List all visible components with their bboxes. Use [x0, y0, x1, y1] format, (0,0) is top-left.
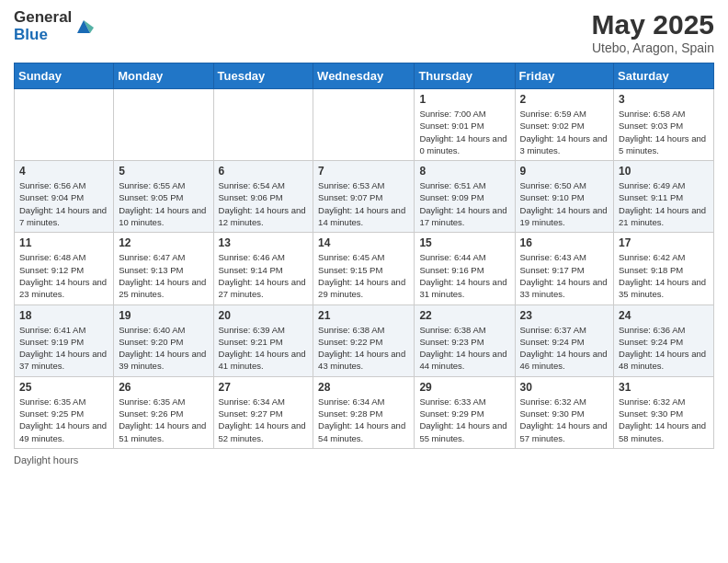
day-number: 30 [520, 381, 609, 394]
day-number: 21 [318, 309, 409, 322]
calendar-cell: 11Sunrise: 6:48 AM Sunset: 9:12 PM Dayli… [15, 233, 114, 304]
day-number: 9 [520, 165, 609, 178]
col-tuesday: Tuesday [213, 63, 313, 89]
logo-text: General Blue [14, 9, 72, 43]
day-number: 23 [520, 309, 609, 322]
day-info: Sunrise: 6:54 AM Sunset: 9:06 PM Dayligh… [219, 179, 309, 228]
calendar-cell [213, 89, 313, 161]
day-info: Sunrise: 6:41 AM Sunset: 9:19 PM Dayligh… [19, 324, 108, 373]
day-number: 16 [520, 236, 609, 249]
calendar-cell: 4Sunrise: 6:56 AM Sunset: 9:04 PM Daylig… [15, 161, 114, 233]
calendar-cell: 26Sunrise: 6:35 AM Sunset: 9:26 PM Dayli… [114, 376, 213, 448]
calendar-cell: 22Sunrise: 6:38 AM Sunset: 9:23 PM Dayli… [415, 304, 515, 376]
day-info: Sunrise: 6:48 AM Sunset: 9:12 PM Dayligh… [19, 251, 108, 300]
calendar-cell: 12Sunrise: 6:47 AM Sunset: 9:13 PM Dayli… [114, 233, 213, 304]
calendar-cell: 7Sunrise: 6:53 AM Sunset: 9:07 PM Daylig… [313, 161, 415, 233]
day-info: Sunrise: 6:39 AM Sunset: 9:21 PM Dayligh… [219, 324, 309, 373]
page: General Blue May 2025 Utebo, Aragon, Spa… [0, 0, 728, 563]
day-info: Sunrise: 6:46 AM Sunset: 9:14 PM Dayligh… [219, 251, 309, 300]
day-number: 7 [318, 165, 409, 178]
col-friday: Friday [515, 63, 614, 89]
logo-icon [74, 17, 94, 37]
day-info: Sunrise: 6:43 AM Sunset: 9:17 PM Dayligh… [520, 251, 609, 300]
calendar-cell: 3Sunrise: 6:58 AM Sunset: 9:03 PM Daylig… [614, 89, 714, 161]
main-title: May 2025 [592, 9, 714, 40]
calendar-cell: 14Sunrise: 6:45 AM Sunset: 9:15 PM Dayli… [313, 233, 415, 304]
day-number: 26 [119, 381, 208, 394]
col-saturday: Saturday [614, 63, 714, 89]
calendar-cell: 17Sunrise: 6:42 AM Sunset: 9:18 PM Dayli… [614, 233, 714, 304]
day-number: 17 [619, 236, 709, 249]
calendar-cell [114, 89, 213, 161]
calendar-cell: 20Sunrise: 6:39 AM Sunset: 9:21 PM Dayli… [213, 304, 313, 376]
calendar-cell: 1Sunrise: 7:00 AM Sunset: 9:01 PM Daylig… [415, 89, 515, 161]
day-number: 31 [619, 381, 709, 394]
day-info: Sunrise: 6:36 AM Sunset: 9:24 PM Dayligh… [619, 324, 709, 373]
calendar-week-row-3: 11Sunrise: 6:48 AM Sunset: 9:12 PM Dayli… [15, 233, 714, 304]
calendar-cell: 30Sunrise: 6:32 AM Sunset: 9:30 PM Dayli… [515, 376, 614, 448]
calendar-cell: 27Sunrise: 6:34 AM Sunset: 9:27 PM Dayli… [213, 376, 313, 448]
day-number: 12 [119, 236, 208, 249]
day-info: Sunrise: 6:40 AM Sunset: 9:20 PM Dayligh… [119, 324, 208, 373]
day-info: Sunrise: 6:56 AM Sunset: 9:04 PM Dayligh… [19, 179, 108, 228]
day-info: Sunrise: 6:51 AM Sunset: 9:09 PM Dayligh… [419, 179, 509, 228]
day-info: Sunrise: 6:32 AM Sunset: 9:30 PM Dayligh… [520, 396, 609, 444]
calendar-cell: 31Sunrise: 6:32 AM Sunset: 9:30 PM Dayli… [614, 376, 714, 448]
calendar-cell: 18Sunrise: 6:41 AM Sunset: 9:19 PM Dayli… [15, 304, 114, 376]
day-info: Sunrise: 6:50 AM Sunset: 9:10 PM Dayligh… [520, 179, 609, 228]
day-info: Sunrise: 6:53 AM Sunset: 9:07 PM Dayligh… [318, 179, 409, 228]
col-thursday: Thursday [415, 63, 515, 89]
day-number: 15 [419, 236, 509, 249]
day-info: Sunrise: 6:34 AM Sunset: 9:28 PM Dayligh… [318, 396, 409, 444]
calendar-cell: 21Sunrise: 6:38 AM Sunset: 9:22 PM Dayli… [313, 304, 415, 376]
calendar-cell: 28Sunrise: 6:34 AM Sunset: 9:28 PM Dayli… [313, 376, 415, 448]
day-number: 22 [419, 309, 509, 322]
calendar-week-row-5: 25Sunrise: 6:35 AM Sunset: 9:25 PM Dayli… [15, 376, 714, 448]
day-number: 14 [318, 236, 409, 249]
day-info: Sunrise: 6:55 AM Sunset: 9:05 PM Dayligh… [119, 179, 208, 228]
day-info: Sunrise: 6:32 AM Sunset: 9:30 PM Dayligh… [619, 396, 709, 444]
day-info: Sunrise: 6:37 AM Sunset: 9:24 PM Dayligh… [520, 324, 609, 373]
day-info: Sunrise: 6:33 AM Sunset: 9:29 PM Dayligh… [419, 396, 509, 444]
day-info: Sunrise: 6:38 AM Sunset: 9:22 PM Dayligh… [318, 324, 409, 373]
calendar-table: Sunday Monday Tuesday Wednesday Thursday… [14, 63, 714, 449]
footer-note: Daylight hours [14, 454, 714, 465]
day-number: 19 [119, 309, 208, 322]
calendar-cell: 19Sunrise: 6:40 AM Sunset: 9:20 PM Dayli… [114, 304, 213, 376]
day-number: 13 [219, 236, 309, 249]
calendar-cell: 16Sunrise: 6:43 AM Sunset: 9:17 PM Dayli… [515, 233, 614, 304]
calendar-cell: 15Sunrise: 6:44 AM Sunset: 9:16 PM Dayli… [415, 233, 515, 304]
calendar-header-row: Sunday Monday Tuesday Wednesday Thursday… [15, 63, 714, 89]
title-block: May 2025 Utebo, Aragon, Spain [592, 9, 714, 55]
day-number: 1 [419, 93, 509, 106]
day-number: 27 [219, 381, 309, 394]
calendar-cell: 24Sunrise: 6:36 AM Sunset: 9:24 PM Dayli… [614, 304, 714, 376]
day-number: 20 [219, 309, 309, 322]
logo-blue: Blue [14, 27, 72, 44]
day-info: Sunrise: 6:35 AM Sunset: 9:26 PM Dayligh… [119, 396, 208, 444]
calendar-cell: 13Sunrise: 6:46 AM Sunset: 9:14 PM Dayli… [213, 233, 313, 304]
day-number: 25 [19, 381, 108, 394]
calendar-cell: 25Sunrise: 6:35 AM Sunset: 9:25 PM Dayli… [15, 376, 114, 448]
day-number: 18 [19, 309, 108, 322]
day-info: Sunrise: 6:45 AM Sunset: 9:15 PM Dayligh… [318, 251, 409, 300]
day-number: 8 [419, 165, 509, 178]
calendar-cell: 2Sunrise: 6:59 AM Sunset: 9:02 PM Daylig… [515, 89, 614, 161]
day-info: Sunrise: 6:58 AM Sunset: 9:03 PM Dayligh… [619, 108, 709, 156]
calendar-cell [313, 89, 415, 161]
calendar-cell: 10Sunrise: 6:49 AM Sunset: 9:11 PM Dayli… [614, 161, 714, 233]
day-info: Sunrise: 6:42 AM Sunset: 9:18 PM Dayligh… [619, 251, 709, 300]
col-sunday: Sunday [15, 63, 114, 89]
day-info: Sunrise: 6:35 AM Sunset: 9:25 PM Dayligh… [19, 396, 108, 444]
day-info: Sunrise: 6:59 AM Sunset: 9:02 PM Dayligh… [520, 108, 609, 156]
day-number: 11 [19, 236, 108, 249]
day-number: 5 [119, 165, 208, 178]
day-number: 24 [619, 309, 709, 322]
calendar-week-row-1: 1Sunrise: 7:00 AM Sunset: 9:01 PM Daylig… [15, 89, 714, 161]
day-number: 29 [419, 381, 509, 394]
day-info: Sunrise: 6:34 AM Sunset: 9:27 PM Dayligh… [219, 396, 309, 444]
calendar-cell: 6Sunrise: 6:54 AM Sunset: 9:06 PM Daylig… [213, 161, 313, 233]
subtitle: Utebo, Aragon, Spain [592, 40, 714, 55]
calendar-cell [15, 89, 114, 161]
day-number: 10 [619, 165, 709, 178]
